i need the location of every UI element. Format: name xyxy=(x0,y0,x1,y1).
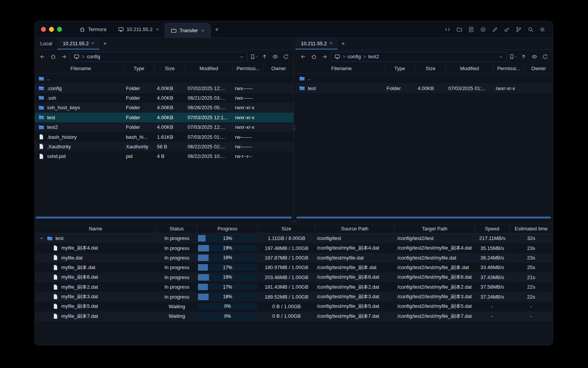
pane-tab-remote[interactable]: 10.211.55.2 × xyxy=(296,38,338,49)
progress-bar: 17% xyxy=(198,264,257,271)
code-icon[interactable] xyxy=(443,25,452,34)
search-icon[interactable] xyxy=(526,25,535,34)
bookmark-icon[interactable] xyxy=(249,52,258,61)
forward-arrow-icon[interactable] xyxy=(59,52,69,61)
refresh-icon[interactable] xyxy=(541,52,550,61)
file-row[interactable]: test Folder 4.00KB 07/03/2025 01:... rwx… xyxy=(296,83,553,93)
new-pane-tab-button[interactable]: + xyxy=(338,38,349,49)
close-tab-icon[interactable]: × xyxy=(156,26,159,32)
column-header-target-path[interactable]: Target Path xyxy=(395,224,475,233)
column-header-size[interactable]: Size xyxy=(258,224,315,233)
progress-percent: 18% xyxy=(198,294,257,300)
column-header-modified[interactable]: Modified xyxy=(185,63,233,73)
transfer-row[interactable]: myfile_副本2.dat In progress 17% 181.43MB … xyxy=(35,282,553,292)
transfer-row[interactable]: myfile_副本3.dat In progress 18% 189.52MB … xyxy=(35,292,553,301)
target-path: /config/test2/test/myfile_副本.dat xyxy=(395,264,475,271)
new-pane-tab-button[interactable]: + xyxy=(100,38,111,49)
expand-chevron-icon[interactable] xyxy=(39,236,44,241)
app-tab-host[interactable]: 10.211.55.2 × xyxy=(112,21,165,38)
minimize-window-button[interactable] xyxy=(49,27,54,32)
new-app-tab-button[interactable]: + xyxy=(211,21,224,38)
transfer-row[interactable]: test In progress 13% 1.11GB / 8.00GB /co… xyxy=(35,233,553,243)
close-window-button[interactable] xyxy=(41,27,46,32)
column-header-owner[interactable]: Owner xyxy=(524,63,553,73)
progress-percent: 0% xyxy=(198,313,257,319)
up-arrow-icon[interactable] xyxy=(519,52,528,61)
eye-icon[interactable] xyxy=(271,52,280,61)
column-header-owner[interactable]: Owner xyxy=(264,63,294,73)
folder-icon[interactable] xyxy=(455,25,464,34)
breadcrumb-segment[interactable]: config xyxy=(348,54,361,59)
transfer-row[interactable]: myfile_副本.dat In progress 17% 180.97MB /… xyxy=(35,263,553,272)
file-row[interactable]: .ssh Folder 4.00KB 06/21/2025 03:... rwx… xyxy=(35,93,294,103)
column-header-source-path[interactable]: Source Path xyxy=(315,224,395,233)
path-breadcrumb[interactable]: > config xyxy=(70,52,248,62)
column-header-type[interactable]: Type xyxy=(384,63,415,73)
refresh-icon[interactable] xyxy=(281,52,291,61)
settings-gear-icon[interactable] xyxy=(538,25,547,34)
path-breadcrumb[interactable]: > config > test2 xyxy=(331,52,507,62)
transfer-row[interactable]: myfile_副本6.dat In progress 19% 203.48MB … xyxy=(35,273,553,282)
document-icon[interactable] xyxy=(467,25,475,34)
app-tab-transfer[interactable]: Transfer × xyxy=(165,23,211,38)
branch-icon[interactable] xyxy=(514,25,523,34)
progress-bar: 13% xyxy=(198,235,257,242)
transfer-panel-splitter[interactable] xyxy=(35,219,553,224)
transfer-row[interactable]: myfile.dat In progress 18% 187.87MB / 1.… xyxy=(35,253,553,263)
column-header-filename[interactable]: Filename xyxy=(296,63,384,73)
breadcrumb-segment[interactable]: test2 xyxy=(368,54,379,59)
file-row[interactable]: .Xauthority Xauthority 58 B 06/22/2025 0… xyxy=(35,142,294,151)
transfer-row[interactable]: myfile_副本5.dat Waiting 0% 0 B / 1.00GB /… xyxy=(35,302,553,311)
horizontal-scrollbar[interactable] xyxy=(36,217,292,219)
column-header-size[interactable]: Size xyxy=(415,63,446,73)
pen-icon[interactable] xyxy=(491,25,499,34)
file-row[interactable]: sshd.pid pid 4 B 06/22/2025 10:... rw-r-… xyxy=(35,151,294,161)
column-header-speed[interactable]: Speed xyxy=(475,224,510,233)
pane-tab-local[interactable]: Local xyxy=(35,38,57,49)
column-header-permissions[interactable]: Permissi... xyxy=(493,63,524,73)
key-icon[interactable] xyxy=(503,25,511,34)
close-tab-icon[interactable]: × xyxy=(330,41,332,46)
column-header-type[interactable]: Type xyxy=(124,63,155,73)
file-row[interactable]: .. xyxy=(296,74,553,83)
transfer-speed: 33.46MB/s xyxy=(475,264,510,270)
transfer-row[interactable]: myfile_副本4.dat In progress 19% 197.48MB … xyxy=(35,243,553,253)
forward-arrow-icon[interactable] xyxy=(320,52,329,61)
column-header-status[interactable]: Status xyxy=(157,224,197,233)
up-arrow-icon[interactable] xyxy=(260,52,269,61)
chevron-down-icon[interactable] xyxy=(498,54,503,59)
file-row[interactable]: test2 Folder 4.00KB 07/03/2025 12:... rw… xyxy=(35,122,294,132)
column-header-progress[interactable]: Progress xyxy=(197,224,258,233)
transfer-row[interactable]: myfile_副本7.dat Waiting 0% 0 B / 1.00GB /… xyxy=(35,311,553,321)
column-header-modified[interactable]: Modified xyxy=(446,63,493,73)
record-icon[interactable] xyxy=(479,25,487,34)
column-header-filename[interactable]: Filename xyxy=(35,63,124,73)
bookmark-icon[interactable] xyxy=(508,52,518,61)
pane-tab-remote[interactable]: 10.211.55.2 × xyxy=(57,38,100,49)
transfer-name: myfile_副本5.dat xyxy=(61,303,98,310)
file-icon xyxy=(38,143,44,150)
column-header-estimated-time[interactable]: Estimated time xyxy=(510,224,553,233)
breadcrumb-segment[interactable]: config xyxy=(87,54,100,59)
file-row[interactable]: .config Folder 4.00KB 07/02/2025 12:... … xyxy=(35,83,294,93)
column-header-size[interactable]: Size xyxy=(155,63,185,73)
file-name: .. xyxy=(47,76,50,81)
home-icon[interactable] xyxy=(309,52,318,61)
horizontal-scrollbar[interactable] xyxy=(296,217,551,219)
column-header-permissions[interactable]: Permissi... xyxy=(233,63,264,73)
file-row[interactable]: .bash_history bash_hi... 1.61KB 07/03/20… xyxy=(35,132,294,141)
chevron-down-icon[interactable] xyxy=(239,54,244,59)
file-row[interactable]: .. xyxy=(35,74,294,83)
back-arrow-icon[interactable] xyxy=(299,52,308,61)
home-icon[interactable] xyxy=(49,52,58,61)
back-arrow-icon[interactable] xyxy=(38,52,47,61)
column-header-name[interactable]: Name xyxy=(35,224,157,233)
transfer-speed: 37.58MB/s xyxy=(475,284,510,290)
close-tab-icon[interactable]: × xyxy=(201,28,204,33)
eye-icon[interactable] xyxy=(530,52,539,61)
file-row[interactable]: ssh_host_keys Folder 4.00KB 06/26/2025 0… xyxy=(35,103,294,112)
zoom-window-button[interactable] xyxy=(57,27,62,32)
file-row-selected[interactable]: test Folder 4.00KB 07/03/2025 12:1... rw… xyxy=(35,113,294,122)
close-tab-icon[interactable]: × xyxy=(91,41,94,46)
app-tab-termora[interactable]: Termora xyxy=(74,21,112,38)
